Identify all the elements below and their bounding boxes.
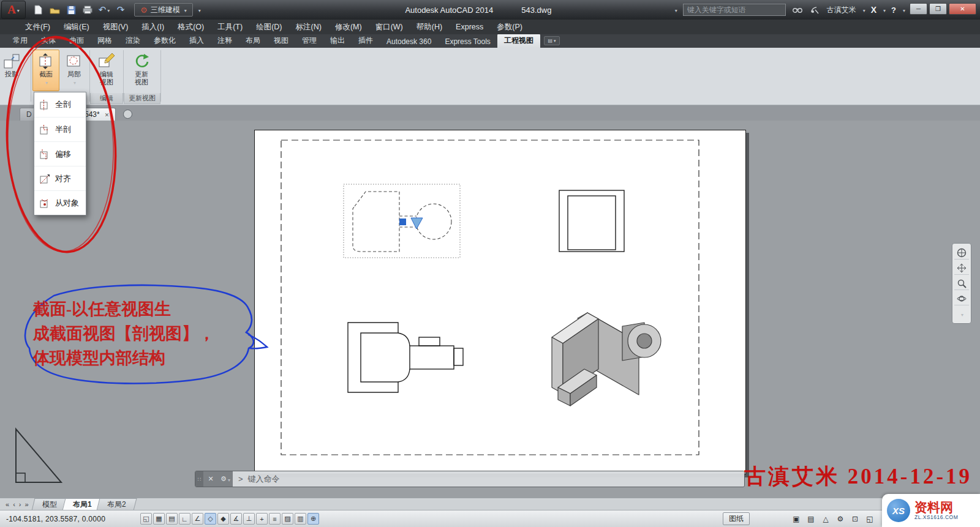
menu-item[interactable]: 视图(V) <box>96 20 135 34</box>
close-button[interactable]: ✕ <box>949 3 976 15</box>
status-toggle-button[interactable]: ≡ <box>269 513 281 525</box>
ribbon-tab[interactable]: 常用 <box>6 34 34 48</box>
save-icon[interactable] <box>65 4 77 16</box>
edit-view-button[interactable]: 编辑 视图 <box>92 50 121 91</box>
new-file-icon[interactable] <box>32 4 44 16</box>
layout-nav-arrow-icon[interactable]: ‹ <box>11 501 17 508</box>
ribbon-tab[interactable]: 参数化 <box>147 34 183 48</box>
open-file-icon[interactable] <box>48 4 61 16</box>
drawing-viewport[interactable]: ⚙ > 键入命令 截面-以任意视图生 成截面视图【剖视图】， 体现模型内部结构 … <box>0 121 980 498</box>
ribbon-tab[interactable]: 曲面 <box>62 34 91 48</box>
layout-tab[interactable]: 布局2 <box>97 498 137 510</box>
status-toggle-button[interactable]: ∠ <box>192 513 203 525</box>
orbit-icon[interactable] <box>954 292 969 305</box>
command-line-tools-icon[interactable]: ⚙ <box>218 471 233 487</box>
application-menu-button[interactable]: A <box>1 1 26 19</box>
qat-customize-icon[interactable] <box>197 6 201 14</box>
detail-dropdown-caret-icon[interactable] <box>72 78 76 86</box>
ribbon-tab[interactable]: Express Tools <box>438 36 497 48</box>
zoom-icon[interactable] <box>954 277 969 290</box>
ribbon-tab[interactable]: 实体 <box>34 34 62 48</box>
status-toggle-button[interactable]: ◇ <box>205 513 216 525</box>
ribbon-tab[interactable]: 布局 <box>239 34 267 48</box>
detail-view-button[interactable]: 局部 <box>61 50 88 91</box>
menu-item[interactable]: 修改(M) <box>328 20 369 34</box>
status-right-icon[interactable]: ▣ <box>790 513 802 525</box>
status-toggle-button[interactable]: + <box>256 513 268 525</box>
status-toggle-button[interactable]: ▤ <box>166 513 178 525</box>
status-toggle-button[interactable]: ◱ <box>140 513 152 525</box>
menu-item-offset-section[interactable]: 偏移 <box>34 141 86 166</box>
layout-nav-arrow-icon[interactable]: » <box>23 501 30 508</box>
projected-view-button[interactable]: 投影 <box>0 50 27 91</box>
layout-nav-arrow-icon[interactable]: › <box>17 501 23 508</box>
status-toggle-button[interactable]: ⊥ <box>243 513 255 525</box>
update-view-button[interactable]: 更新 视图 <box>126 50 157 91</box>
exchange-caret-icon[interactable] <box>882 6 886 14</box>
ribbon-tab[interactable]: 注释 <box>211 34 239 48</box>
user-menu-caret-icon[interactable] <box>862 6 865 14</box>
menu-item-section-from-object[interactable]: 从对象 <box>34 190 86 215</box>
status-right-icon[interactable]: ▤ <box>805 513 817 525</box>
ribbon-minimize-toggle[interactable]: ▤▾ <box>544 36 560 45</box>
status-right-icon[interactable]: △ <box>820 513 832 525</box>
new-tab-icon[interactable] <box>123 110 132 119</box>
menu-item[interactable]: 格式(O) <box>171 20 211 34</box>
status-toggle-button[interactable]: ▦ <box>153 513 165 525</box>
layout-paper[interactable] <box>254 130 746 474</box>
section-dropdown-caret-icon[interactable] <box>44 78 48 86</box>
menu-item[interactable]: Express <box>449 20 490 34</box>
navigation-bar[interactable] <box>952 243 971 324</box>
paper-model-toggle-button[interactable]: 图纸 <box>723 512 750 525</box>
menu-item[interactable]: 绘图(D) <box>249 20 288 34</box>
ribbon-tab[interactable]: 视图 <box>267 34 295 48</box>
infocenter-collapse-icon[interactable] <box>674 6 677 14</box>
menu-item[interactable]: 工具(T) <box>211 20 249 34</box>
menu-item-half-section[interactable]: 半剖 <box>34 117 86 141</box>
ribbon-tab[interactable]: 网格 <box>91 34 119 48</box>
command-line-close-icon[interactable] <box>203 471 218 487</box>
status-toggle-button[interactable]: ▨ <box>282 513 293 525</box>
redo-icon[interactable]: ↷ <box>115 4 127 16</box>
undo-icon[interactable]: ↶ <box>98 4 110 16</box>
status-toggle-button[interactable]: ∡ <box>230 513 242 525</box>
menu-item[interactable]: 编辑(E) <box>57 20 96 34</box>
status-toggle-button[interactable]: ◆ <box>217 513 229 525</box>
status-toggle-button[interactable]: ⊕ <box>307 513 319 525</box>
menu-item[interactable]: 帮助(H) <box>410 20 449 34</box>
menu-item[interactable]: 参数(P) <box>490 20 529 34</box>
layout-tab[interactable]: 布局1 <box>62 498 102 510</box>
status-right-icon[interactable]: ⚙ <box>834 513 846 525</box>
ribbon-tab[interactable]: 插件 <box>352 34 380 48</box>
workspace-switcher[interactable]: ⚙ 三维建模 <box>134 3 193 17</box>
command-input[interactable]: > 键入命令 <box>233 471 744 487</box>
maximize-button[interactable]: ❐ <box>929 3 947 15</box>
signed-in-user[interactable]: 古滇艾米 <box>827 5 856 15</box>
layout-nav-arrow-icon[interactable]: « <box>4 501 11 508</box>
section-view-button[interactable]: 截面 <box>32 50 59 91</box>
signin-satellite-icon[interactable] <box>809 4 821 16</box>
status-toggle-button[interactable]: ▥ <box>295 513 306 525</box>
help-icon[interactable]: ? <box>891 6 896 15</box>
navbar-menu-caret-icon[interactable] <box>954 307 969 321</box>
menu-item[interactable]: 文件(F) <box>18 20 57 34</box>
search-binoculars-icon[interactable] <box>791 4 804 16</box>
menu-item-aligned-section[interactable]: 对齐 <box>34 166 86 190</box>
plot-icon[interactable] <box>81 4 94 16</box>
ribbon-tab[interactable]: 管理 <box>295 34 323 48</box>
status-toggle-button[interactable]: ∟ <box>179 513 190 525</box>
menu-item-full-section[interactable]: 全剖 <box>34 92 86 117</box>
exchange-apps-icon[interactable]: X <box>871 5 876 15</box>
steering-wheel-icon[interactable] <box>954 246 969 260</box>
close-tab-icon[interactable] <box>105 110 110 119</box>
status-right-icon[interactable]: ⊡ <box>849 513 861 525</box>
ribbon-tab[interactable]: 插入 <box>183 34 211 48</box>
ribbon-tab[interactable]: 渲染 <box>119 34 147 48</box>
command-line[interactable]: ⚙ > 键入命令 <box>195 471 745 487</box>
minimize-button[interactable]: ─ <box>910 3 927 15</box>
command-line-drag-handle[interactable] <box>195 471 203 487</box>
help-caret-icon[interactable] <box>902 6 905 14</box>
panel-label-update-view[interactable]: 更新视图 <box>124 93 160 104</box>
panel-label-edit[interactable]: 编辑 <box>90 93 123 104</box>
status-right-icon[interactable]: ◱ <box>864 513 876 525</box>
